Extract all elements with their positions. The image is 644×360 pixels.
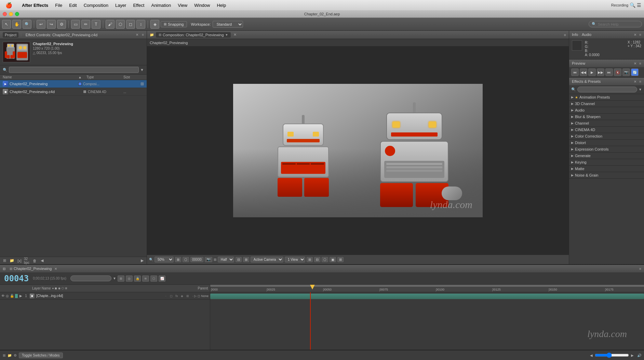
category-generate[interactable]: ▶ Generate (569, 153, 644, 159)
list-item[interactable]: ◼ Chapter02_Previewing.c4d CINEMA 4D ... (0, 88, 147, 96)
window-menu[interactable]: Window (191, 2, 213, 9)
search-dropdown-icon[interactable]: ▼ (113, 277, 116, 280)
timeline-tab[interactable]: ⊞ Chapter02_Previewing ✕ (8, 266, 59, 271)
go-to-start-btn[interactable]: ⏮ (571, 68, 579, 76)
timeline-collapse-icon[interactable]: ⊟ (3, 267, 5, 271)
paint-tool[interactable]: 🖌 (106, 20, 115, 29)
view-dropdown[interactable]: 1 View (285, 257, 305, 262)
effects-search-input[interactable] (577, 87, 637, 92)
effects-panel-close[interactable]: ✕ (634, 80, 636, 83)
category-channel[interactable]: ▶ Channel (569, 120, 644, 127)
effect-menu[interactable]: Effect (130, 2, 147, 9)
lock-switch[interactable]: ⊞ (185, 294, 190, 298)
text-tool[interactable]: T (92, 20, 100, 29)
distort-row[interactable]: ▶ Distort (569, 140, 644, 146)
import-icon[interactable]: [x] (16, 258, 23, 264)
timeline-playhead[interactable] (310, 292, 311, 350)
parent-picker[interactable]: None (201, 294, 209, 298)
comp-dropdown-icon[interactable]: ▼ (225, 33, 228, 37)
list-item[interactable]: ▶ Chapter02_Previewing Composi... ⊞ (0, 80, 147, 88)
minimize-button[interactable] (9, 12, 13, 16)
region-of-interest-btn[interactable]: ⊞ (337, 257, 344, 262)
help-menu[interactable]: Help (214, 2, 229, 9)
project-tab[interactable]: Project (3, 32, 18, 38)
layer-menu[interactable]: Layer (112, 2, 129, 9)
comp-panel-menu-icon[interactable]: ≡ (564, 33, 566, 37)
search-icon[interactable]: 🔍 (630, 2, 635, 8)
zoom-dropdown[interactable]: 50% 100% (155, 257, 174, 262)
snapshot-btn[interactable]: 📷 (205, 257, 212, 262)
new-item-icon[interactable]: ⊞ (3, 353, 5, 357)
step-back-btn[interactable]: ◀◀ (580, 68, 587, 76)
category-expression-controls[interactable]: ▶ Expression Controls (569, 146, 644, 153)
category-animation-presets[interactable]: ▶ ★ Animation Presets (569, 94, 644, 101)
pen-tool[interactable]: ✏ (81, 20, 90, 29)
settings-icon[interactable]: ⚙ (14, 353, 17, 357)
apple-menu[interactable]: 🍎 (3, 1, 15, 9)
audio-row[interactable]: ▶ Audio (569, 107, 644, 113)
table-row[interactable]: 👁 ◎ 🔓 ▶ 1 ◼ [Chapte...ing.c4d] · ◻ fx ◈ … (0, 292, 210, 300)
category-3d-channel[interactable]: ▶ 3D Channel (569, 101, 644, 107)
navigate-right-icon[interactable]: ▶ (139, 258, 145, 264)
audio-toggle-btn[interactable]: 🔇 (614, 68, 621, 76)
preview-tab[interactable]: Preview (572, 61, 585, 65)
project-search-input[interactable] (9, 67, 139, 73)
app-name-menu[interactable]: After Effects (19, 2, 51, 9)
panel-close-icon[interactable]: ✕ (136, 33, 138, 37)
resolution-dropdown[interactable]: Half Full (218, 257, 234, 262)
scroll-left-icon[interactable]: ◀ (590, 353, 593, 357)
layer-solo-icon[interactable]: ◎ (6, 294, 9, 298)
layer-timeline-bar[interactable] (210, 294, 644, 299)
effects-panel-menu[interactable]: ≡ (639, 80, 641, 83)
generate-row[interactable]: ▶ Generate (569, 153, 644, 159)
motion-blur-switch[interactable]: · (163, 294, 168, 298)
composition-tab[interactable]: ⊞ Composition: Chapter02_Previewing ▼ (156, 32, 231, 38)
info-panel-menu[interactable]: ≡ (639, 33, 641, 37)
timeline-expand-icon[interactable]: ≡ (639, 267, 641, 271)
puppet-tool[interactable]: ↕ (136, 20, 145, 29)
timeline-tab-close[interactable]: ✕ (54, 267, 57, 271)
category-audio[interactable]: ▶ Audio (569, 107, 644, 114)
type-column-header[interactable]: Type (86, 75, 121, 79)
preview-panel-menu[interactable]: ≡ (639, 62, 641, 65)
animation-menu[interactable]: Animation (148, 2, 174, 9)
select-tool[interactable]: ↖ (2, 20, 11, 29)
name-column-header[interactable]: Name (3, 75, 76, 79)
frame-blend-switch[interactable]: ◈ (180, 294, 185, 298)
toggle-switches-modes-button[interactable]: Toggle Switches / Modes (19, 352, 63, 358)
trash-icon[interactable]: 🗑 (31, 258, 38, 264)
info-tab[interactable]: Info (572, 33, 578, 37)
noise-grain-row[interactable]: ▶ Noise & Grain (569, 172, 644, 178)
channel-row[interactable]: ▶ Channel (569, 120, 644, 126)
category-noise-grain[interactable]: ▶ Noise & Grain (569, 172, 644, 179)
effects-presets-tab[interactable]: Effects & Presets (572, 79, 601, 83)
category-matte[interactable]: ▶ Matte (569, 166, 644, 172)
close-button[interactable] (3, 12, 7, 16)
search-help-input[interactable] (598, 22, 639, 26)
3d-switch[interactable]: ◻ (169, 294, 174, 298)
effects-switch[interactable]: fx (174, 294, 179, 298)
animation-presets-row[interactable]: ▶ ★ Animation Presets (569, 94, 644, 100)
folder-icon[interactable]: 📁 (9, 258, 15, 264)
blur-sharpen-row[interactable]: ▶ Blur & Sharpen (569, 114, 644, 120)
scroll-right-icon[interactable]: ▶ (631, 353, 634, 357)
search-help[interactable]: 🔍 (589, 21, 642, 27)
timeline-compose-btn[interactable]: ⊞ (118, 275, 124, 282)
loop-btn[interactable]: 🔄 (631, 68, 639, 76)
category-cinema4d[interactable]: ▶ CINEMA 4D (569, 127, 644, 133)
timeline-motion-blur-btn[interactable]: ≋ (142, 275, 149, 282)
maximize-button[interactable] (15, 12, 19, 16)
layer-eye-icon[interactable]: 👁 (1, 294, 5, 298)
cinema4d-row[interactable]: ▶ CINEMA 4D (569, 127, 644, 133)
layer-expand-icon[interactable]: ▶ (19, 294, 22, 298)
comp-end-btn[interactable]: ⊟ (314, 257, 320, 262)
new-composition-icon[interactable]: ⊞ (1, 258, 8, 264)
timecode-display[interactable]: 00043 (2, 273, 31, 284)
category-keying[interactable]: ▶ Keying (569, 159, 644, 166)
zoom-slider[interactable] (595, 352, 629, 358)
undo-tool[interactable]: ↩ (37, 20, 45, 29)
panel-menu-icon[interactable]: ≡ (142, 33, 144, 37)
play-btn[interactable]: ▶ (588, 68, 596, 76)
timeline-3d-btn[interactable]: ⬡ (150, 275, 157, 282)
list-icon[interactable]: ☰ (637, 2, 641, 8)
